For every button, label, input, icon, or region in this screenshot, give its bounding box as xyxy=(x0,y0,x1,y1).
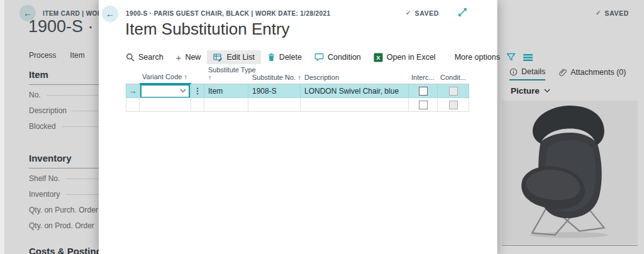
delete-button[interactable]: Delete xyxy=(261,50,308,64)
edit-list-label: Edit List xyxy=(226,53,254,62)
variant-code-cell[interactable] xyxy=(140,98,191,112)
condition-cell xyxy=(438,84,469,98)
expand-icon xyxy=(458,8,467,17)
back-arrow-icon: ← xyxy=(106,9,114,19)
new-label: New xyxy=(185,53,201,62)
filter-icon xyxy=(506,53,516,62)
svg-text:X: X xyxy=(376,54,380,61)
dialog-breadcrumb: 1900-S · PARIS GUEST CHAIR, BLACK | WORK… xyxy=(126,10,330,17)
window-edge xyxy=(0,0,4,254)
item-substitution-dialog: ← 1900-S · PARIS GUEST CHAIR, BLACK | WO… xyxy=(99,0,497,254)
substitute-type-cell[interactable]: Item xyxy=(204,84,248,98)
row-options-cell xyxy=(191,98,204,112)
more-options-button[interactable]: More options xyxy=(448,50,506,64)
condition-checkbox[interactable] xyxy=(449,87,458,96)
excel-icon: X xyxy=(374,53,383,62)
header-description[interactable]: Description xyxy=(301,67,409,84)
open-in-excel-button[interactable]: X Open in Excel xyxy=(367,50,442,65)
saved-label: SAVED xyxy=(415,9,439,17)
interchangeable-checkbox[interactable] xyxy=(419,87,428,96)
substitute-type-cell[interactable] xyxy=(204,98,248,112)
condition-button[interactable]: Condition xyxy=(308,50,367,64)
header-row-options xyxy=(191,67,204,84)
variant-code-cell xyxy=(140,84,191,98)
header-substitute-no[interactable]: Substitute No. ↑ xyxy=(248,67,301,84)
filter-button[interactable] xyxy=(506,53,516,62)
header-variant-code[interactable]: Variant Code ↑ xyxy=(140,67,191,84)
condition-cell xyxy=(438,98,469,112)
search-icon xyxy=(126,53,135,62)
edit-list-icon xyxy=(213,53,223,62)
substitution-table: Variant Code ↑ Substitute Type ↑ Substit… xyxy=(126,67,469,112)
sort-asc-icon: ↑ xyxy=(184,73,187,80)
description-cell[interactable]: LONDON Swivel Chair, blue xyxy=(301,84,409,98)
interchangeable-checkbox[interactable] xyxy=(419,101,428,109)
new-button[interactable]: + New xyxy=(170,50,208,65)
expand-dialog-button[interactable] xyxy=(458,8,467,17)
delete-label: Delete xyxy=(279,53,302,62)
action-toolbar: Search + New Edit List xyxy=(125,49,469,65)
header-label: Variant Code xyxy=(142,73,182,80)
substitute-no-cell[interactable] xyxy=(248,98,301,112)
row-indicator xyxy=(126,98,140,112)
dialog-title: Item Substitution Entry xyxy=(125,19,290,39)
comment-icon xyxy=(314,53,324,62)
condition-checkbox[interactable] xyxy=(449,101,458,109)
interchangeable-cell xyxy=(409,84,438,98)
search-button[interactable]: Search xyxy=(125,50,170,64)
header-condition[interactable]: Condit... xyxy=(438,67,469,84)
interchangeable-cell xyxy=(409,98,438,112)
more-options-label: More options xyxy=(455,53,500,62)
open-in-excel-label: Open in Excel xyxy=(387,53,436,62)
row-indicator-arrow-icon: → xyxy=(129,86,137,96)
header-label: Interc... xyxy=(411,74,435,81)
save-status: ✓ SAVED xyxy=(406,9,439,17)
chevron-down-icon xyxy=(180,89,186,93)
header-label: Substitute No. xyxy=(252,74,296,81)
back-button[interactable]: ← xyxy=(102,6,118,22)
saved-check-icon: ✓ xyxy=(406,9,412,17)
row-options-button[interactable]: ⋮ xyxy=(191,84,204,98)
header-substitute-type[interactable]: Substitute Type ↑ xyxy=(204,67,248,84)
header-label: Condit... xyxy=(440,74,466,81)
show-list-button[interactable] xyxy=(523,53,533,62)
table-header-row: Variant Code ↑ Substitute Type ↑ Substit… xyxy=(126,67,469,84)
header-label: Description xyxy=(304,74,339,81)
header-interchangeable[interactable]: Interc... xyxy=(409,67,438,84)
row-indicator: → xyxy=(126,84,140,98)
table-row-empty[interactable] xyxy=(126,98,469,112)
variant-code-combobox[interactable] xyxy=(140,84,190,98)
plus-icon: + xyxy=(176,53,182,62)
table-row[interactable]: → ⋮ Item 1908-S LONDON Swivel Chair, blu… xyxy=(126,84,469,98)
header-indicator xyxy=(126,67,140,84)
more-vertical-icon: ⋮ xyxy=(194,86,202,96)
condition-label: Condition xyxy=(328,53,361,62)
trash-icon xyxy=(267,53,275,62)
sort-asc-icon: ↑ xyxy=(208,74,212,81)
description-cell[interactable] xyxy=(301,98,409,112)
search-label: Search xyxy=(138,53,164,62)
edit-list-button[interactable]: Edit List xyxy=(207,50,260,64)
screen: ← ITEM CARD | WORK DATE: 1/ ✓ SAVED 1900… xyxy=(0,0,644,254)
substitute-no-cell[interactable]: 1908-S xyxy=(248,84,301,98)
list-view-icon xyxy=(523,53,533,62)
